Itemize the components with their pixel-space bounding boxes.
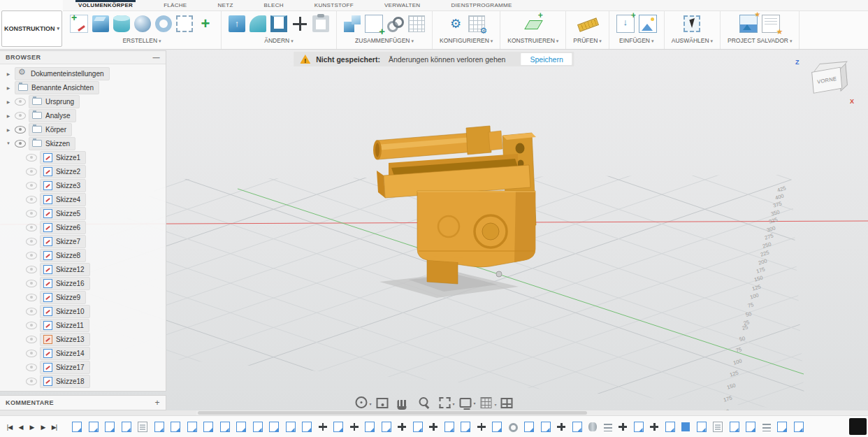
blue-icon[interactable] <box>681 422 690 431</box>
sketch-icon[interactable] <box>572 422 582 432</box>
eye-icon[interactable] <box>15 98 26 106</box>
chevron-icon[interactable]: ▶ <box>5 71 12 76</box>
sketch-item[interactable]: Skizze9 <box>0 290 166 304</box>
group-label[interactable]: ÄNDERN <box>264 37 293 44</box>
sketch-icon[interactable] <box>634 422 644 432</box>
table-icon[interactable] <box>408 15 425 32</box>
eye-icon[interactable] <box>26 378 37 385</box>
save-button[interactable]: Speichern <box>521 53 572 65</box>
sketch-icon[interactable] <box>105 422 115 432</box>
lines-icon[interactable] <box>604 424 612 431</box>
chevron-icon[interactable]: ▼ <box>5 141 12 145</box>
eye-icon[interactable] <box>26 210 37 217</box>
move-icon[interactable] <box>477 422 486 431</box>
hole-icon[interactable] <box>588 422 597 431</box>
move-icon[interactable] <box>557 422 565 431</box>
sketch-icon[interactable] <box>382 422 391 432</box>
go-to-end-icon[interactable]: ▶| <box>50 424 59 431</box>
sketch-item[interactable]: Skizze6 <box>0 220 166 234</box>
view-cube-front-face[interactable]: VORNE <box>811 67 842 94</box>
sketch-item[interactable]: Skizze5 <box>0 206 166 220</box>
sketch-icon[interactable] <box>89 422 99 432</box>
play-icon[interactable]: ▶ <box>27 424 36 431</box>
eye-icon[interactable] <box>26 350 37 357</box>
sketch-item[interactable]: Skizze17 <box>0 360 166 374</box>
sketch-item[interactable]: Skizze8 <box>0 248 166 262</box>
display-icon[interactable] <box>460 398 472 408</box>
sketch-icon[interactable] <box>236 422 246 432</box>
group-label[interactable]: KONSTRUIEREN <box>507 37 558 44</box>
sketch-icon[interactable] <box>730 422 739 432</box>
sketch-icon[interactable] <box>220 422 230 432</box>
ribbon-tab[interactable]: KUNSTSTOFF <box>312 0 356 10</box>
shell-icon[interactable] <box>270 15 287 32</box>
group-label[interactable]: ZUSAMMENFÜGEN <box>355 37 414 44</box>
look-icon[interactable] <box>377 398 389 408</box>
sketch-item[interactable]: Skizze11 <box>0 318 166 332</box>
insert-icon[interactable] <box>616 15 635 33</box>
sketch-icon[interactable] <box>171 422 180 432</box>
browser-item[interactable]: ▶ Benannte Ansichten <box>0 80 166 94</box>
select-icon[interactable] <box>683 15 700 32</box>
sketch-icon[interactable] <box>524 422 534 432</box>
sketch-icon[interactable] <box>492 422 502 432</box>
ring-icon[interactable] <box>509 423 518 432</box>
group-label[interactable]: AUSWÄHLEN <box>672 37 713 44</box>
eye-icon[interactable] <box>15 126 26 134</box>
chevron-icon[interactable]: ▶ <box>5 99 12 104</box>
sketch-icon[interactable] <box>665 422 675 432</box>
measure-icon[interactable] <box>579 15 596 32</box>
sphere-icon[interactable] <box>134 15 151 32</box>
ribbon-tab[interactable]: NETZ <box>215 0 236 10</box>
eye-icon[interactable] <box>26 154 37 162</box>
new-component-icon[interactable] <box>365 15 383 33</box>
browser-item[interactable]: ▼ Skizzen <box>0 136 166 150</box>
sketch-item[interactable]: Skizze10 <box>0 304 166 318</box>
ai-doc-icon[interactable] <box>762 15 780 33</box>
move-icon[interactable] <box>350 422 359 431</box>
sketch-icon[interactable] <box>253 422 263 432</box>
sketch-item[interactable]: Skizze3 <box>0 178 166 192</box>
sketch-icon[interactable] <box>72 422 82 432</box>
extrude-icon[interactable] <box>92 15 109 32</box>
config-table-icon[interactable] <box>468 15 485 32</box>
viewports-icon[interactable] <box>501 398 513 408</box>
collapse-browser-button[interactable]: — <box>153 54 161 62</box>
browser-item[interactable]: ▶ Dokumenteinstellungen <box>0 66 166 80</box>
sketch-item[interactable]: Skizze1 <box>0 150 166 164</box>
ribbon-tab[interactable]: FLÄCHE <box>161 0 189 10</box>
timeline-scrollbar[interactable] <box>196 410 868 415</box>
sketch-icon[interactable] <box>269 422 279 432</box>
zoom-icon[interactable] <box>419 396 431 408</box>
group-label[interactable]: PRÜFEN <box>573 37 601 44</box>
chevron-icon[interactable]: ▶ <box>5 113 12 118</box>
eye-icon[interactable] <box>26 224 37 231</box>
ai-image-icon[interactable] <box>739 15 758 33</box>
group-label[interactable]: EINFÜGEN <box>619 37 653 44</box>
pattern-icon[interactable] <box>176 15 193 32</box>
eye-icon[interactable] <box>26 322 37 329</box>
plus-green-icon[interactable] <box>197 15 214 32</box>
sketch-item[interactable]: Skizze12 <box>0 262 166 276</box>
doc-icon[interactable] <box>138 422 147 432</box>
eye-icon[interactable] <box>15 112 26 120</box>
move-icon[interactable] <box>398 422 406 431</box>
eye-icon[interactable] <box>26 364 37 371</box>
ribbon-tab[interactable]: VERWALTEN <box>382 0 423 10</box>
view-cube[interactable]: Z VORNE X <box>794 55 857 103</box>
sketch-icon[interactable] <box>122 422 131 432</box>
sketch-icon[interactable] <box>187 422 197 432</box>
sketch-item[interactable]: Skizze13 <box>0 332 166 346</box>
sketch-icon[interactable] <box>541 422 551 432</box>
joint-icon[interactable] <box>387 15 404 32</box>
move-icon[interactable] <box>619 422 627 431</box>
eye-icon[interactable] <box>26 266 37 273</box>
move-icon[interactable] <box>291 15 308 32</box>
konstruktion-dropdown[interactable]: KONSTRUKTION ▾ <box>1 10 62 47</box>
ribbon-tab[interactable]: VOLUMENKÖRPER <box>75 0 136 10</box>
add-comment-button[interactable]: + <box>155 398 160 408</box>
sketch-item[interactable]: Skizze2 <box>0 164 166 178</box>
configure-icon[interactable] <box>447 15 464 32</box>
plane-icon[interactable] <box>525 15 542 32</box>
sketch-create-icon[interactable] <box>70 15 88 33</box>
